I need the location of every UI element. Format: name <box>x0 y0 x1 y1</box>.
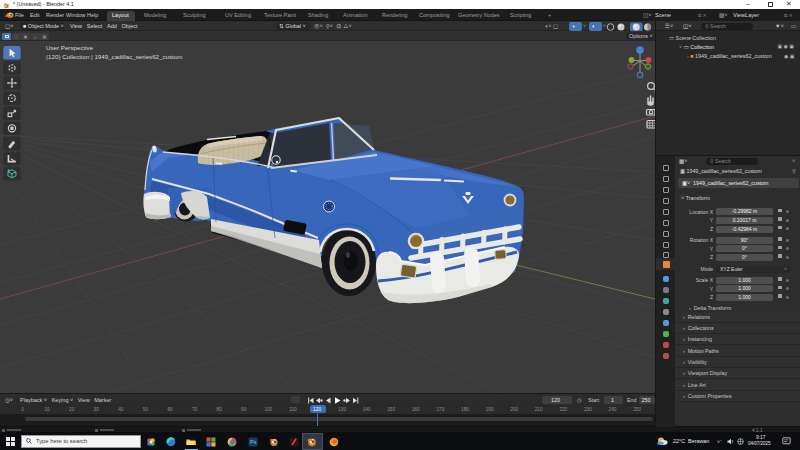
svg-text:User Perspective: User Perspective <box>46 44 94 51</box>
svg-text:Ps: Ps <box>250 439 257 445</box>
svg-text:(120) Collection | 1949_cadill: (120) Collection | 1949_cadillac_series6… <box>46 53 182 60</box>
